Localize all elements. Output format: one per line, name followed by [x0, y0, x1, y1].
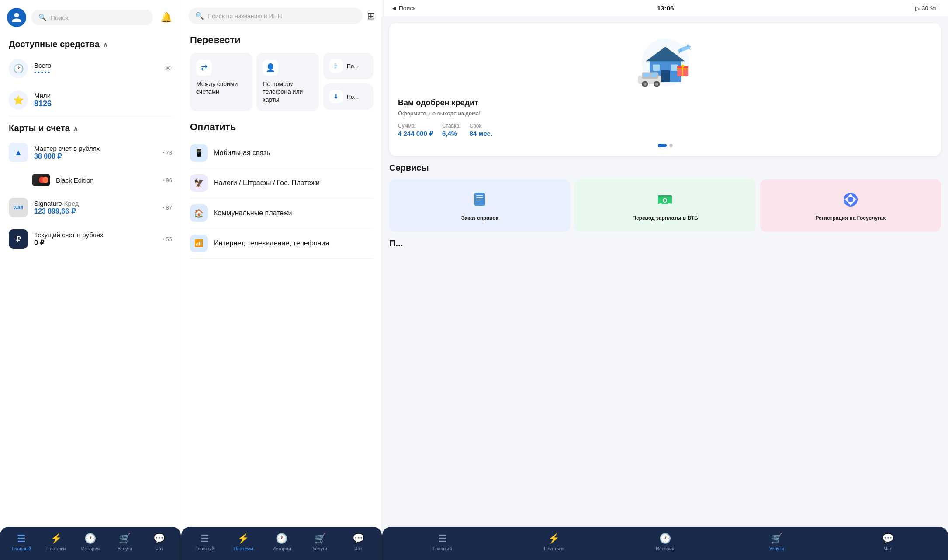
nav-main-mid[interactable]: ☰ Главный: [192, 533, 218, 551]
credit-banner: Вам одобрен кредит Оформите, не выходя и…: [389, 23, 941, 156]
nav-main-right[interactable]: ☰ Главный: [429, 533, 456, 551]
account-number-black: • 96: [162, 177, 172, 183]
star-icon: ⭐: [9, 90, 28, 110]
total-value: •••••: [34, 69, 158, 76]
pay-item-mobile-label: Мобильная связь: [214, 149, 270, 157]
svg-point-18: [655, 83, 658, 86]
stat-rate-label: Ставка:: [442, 123, 461, 129]
right-scroll-content: Вам одобрен кредит Оформите, не выходя и…: [382, 16, 948, 541]
dot-1: [658, 144, 667, 147]
transfer-phone-label: По номеру телефона или карты: [263, 80, 312, 104]
eye-icon[interactable]: 👁: [164, 64, 172, 73]
transfer-grid: ⇄ Между своими счетами 👤 По номеру телеф…: [190, 53, 373, 111]
qr-icon[interactable]: ⊞: [367, 10, 375, 22]
stat-term-label: Срок:: [470, 123, 493, 129]
list-icon: ≡: [329, 59, 343, 73]
search-bar-middle[interactable]: 🔍 Поиск по названию и ИНН: [188, 8, 363, 24]
account-name-black: Black Edition: [56, 176, 156, 184]
clock-icon: 🕐: [9, 59, 28, 78]
taxes-icon: 🦅: [190, 174, 208, 192]
person-icon: 👤: [263, 60, 278, 76]
account-amount-master: 38 000 ₽: [34, 152, 156, 160]
service-card-salary[interactable]: Перевод зарплаты в ВТБ: [574, 179, 755, 232]
lightning-icon-right: ⚡: [548, 533, 560, 544]
nav-item-main[interactable]: ☰ Главный: [8, 533, 35, 551]
nav-item-chat[interactable]: 💬 Чат: [146, 533, 173, 551]
transfer-title: Перевести: [190, 35, 373, 46]
nav-payments-right[interactable]: ⚡ Платежи: [541, 533, 567, 551]
cards-title: Карты и счета ∧: [0, 116, 181, 137]
svg-rect-31: [659, 203, 662, 204]
nav-services-right[interactable]: 🛒 Услуги: [764, 533, 790, 551]
search-icon-left: 🔍: [38, 14, 47, 21]
battery-indicator: ▷ 30 %□: [915, 5, 939, 12]
list-item[interactable]: Black Edition • 96: [0, 168, 181, 192]
pay-item-utilities[interactable]: 🏠 Коммунальные платежи: [190, 198, 373, 228]
left-header: 🔍 Поиск 🔔: [0, 0, 181, 32]
list-item[interactable]: ▲ Мастер счет в рублях 38 000 ₽ • 73: [0, 137, 181, 168]
gosuslugi-icon: [840, 189, 862, 211]
avatar[interactable]: [7, 8, 26, 27]
status-bar: ◄ Поиск 13:06 ▷ 30 %□: [382, 0, 948, 16]
account-number-current: • 55: [162, 236, 172, 242]
nav-item-services[interactable]: 🛒 Услуги: [112, 533, 138, 551]
service-card-gosuslugi[interactable]: Регистрация на Госуслугах: [760, 179, 941, 232]
svg-rect-28: [658, 195, 672, 197]
banner-stats: Сумма: 4 244 000 ₽ Ставка: 6,4% Срок: 84…: [398, 123, 932, 138]
transfer-card-own[interactable]: ⇄ Между своими счетами: [190, 53, 252, 111]
pay-title: Оплатить: [190, 121, 373, 133]
search-bar-left[interactable]: 🔍 Поиск: [31, 10, 153, 25]
service-label-salary: Перевод зарплаты в ВТБ: [632, 215, 698, 222]
home-icon-mid: ☰: [201, 533, 209, 544]
list-item[interactable]: VISA Signature Кред 123 899,66 ₽ • 87: [0, 192, 181, 223]
svg-rect-24: [476, 195, 483, 196]
nav-chat-right[interactable]: 💬 Чат: [875, 533, 901, 551]
black-card-icon: [32, 174, 50, 186]
cards-chevron-icon[interactable]: ∧: [73, 125, 78, 132]
history-icon-right: 🕐: [659, 533, 671, 544]
arrows-icon: ⇄: [196, 60, 212, 76]
nav-history-mid[interactable]: 🕐 История: [268, 533, 294, 551]
account-name-master: Мастер счет в рублях: [34, 145, 156, 152]
pay-item-mobile[interactable]: 📱 Мобильная связь: [190, 138, 373, 168]
notification-icon[interactable]: 🔔: [158, 10, 174, 25]
services-title: Сервисы: [389, 163, 941, 173]
stat-rate: Ставка: 6,4%: [442, 123, 461, 138]
salary-icon: [654, 189, 676, 211]
chat-icon-right: 💬: [882, 533, 894, 544]
pay-item-internet[interactable]: 📶 Интернет, телевидение, телефония: [190, 228, 373, 259]
total-balance-item: 🕐 Всего ••••• 👁: [0, 53, 181, 84]
list-item[interactable]: ₽ Текущий счет в рублях 0 ₽ • 55: [0, 223, 181, 255]
nav-chat-mid[interactable]: 💬 Чат: [345, 533, 371, 551]
visa-icon: VISA: [9, 198, 28, 217]
transfer-card-phone[interactable]: 👤 По номеру телефона или карты: [256, 53, 318, 111]
svg-rect-13: [643, 73, 649, 77]
nav-payments-mid[interactable]: ⚡ Платежи: [230, 533, 256, 551]
home-icon: ☰: [17, 533, 26, 544]
chevron-up-icon[interactable]: ∧: [103, 41, 107, 48]
chat-icon: 💬: [153, 533, 165, 544]
transfer-own-label: Между своими счетами: [196, 80, 246, 96]
available-funds-title: Доступные средства ∧: [0, 32, 181, 53]
nav-item-history[interactable]: 🕐 История: [77, 533, 104, 551]
bottom-nav-right: ☰ Главный ⚡ Платежи 🕐 История 🛒 Услуги 💬…: [382, 527, 948, 560]
pay-item-utilities-label: Коммунальные платежи: [214, 209, 292, 217]
transfer-small-1[interactable]: ≡ По...: [323, 53, 373, 79]
nav-services-mid[interactable]: 🛒 Услуги: [307, 533, 333, 551]
carousel-dots: [398, 144, 932, 147]
svg-rect-32: [668, 203, 671, 204]
transfer-small-label-2: По...: [347, 93, 359, 100]
banner-illustration: [398, 32, 932, 93]
bottom-nav-left: ☰ Главный ⚡ Платежи 🕐 История 🛒 Услуги 💬…: [0, 527, 181, 560]
cart-icon-mid: 🛒: [314, 533, 326, 544]
pay-section: Оплатить 📱 Мобильная связь 🦅 Налоги / Шт…: [181, 118, 382, 259]
nav-item-payments[interactable]: ⚡ Платежи: [43, 533, 69, 551]
pay-item-taxes[interactable]: 🦅 Налоги / Штрафы / Гос. Платежи: [190, 168, 373, 198]
transfer-small-2[interactable]: ⬇ По...: [323, 83, 373, 110]
svg-rect-5: [671, 65, 678, 71]
nav-history-right[interactable]: 🕐 История: [652, 533, 678, 551]
cart-icon-right: 🛒: [771, 533, 782, 544]
service-card-certificates[interactable]: Заказ справок: [389, 179, 570, 232]
miles-label: Мили: [34, 92, 172, 99]
stat-sum-label: Сумма:: [398, 123, 433, 129]
